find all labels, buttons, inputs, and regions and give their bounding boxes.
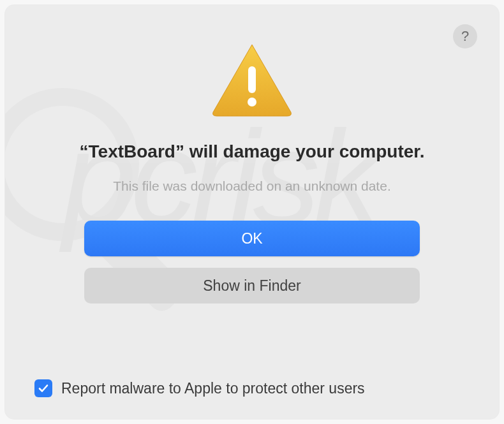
ok-button-label: OK: [241, 230, 262, 247]
checkmark-icon: [38, 383, 49, 394]
dialog-title: “TextBoard” will damage your computer.: [80, 140, 425, 163]
button-group: OK Show in Finder: [84, 221, 420, 303]
title-message: ” will damage your computer.: [175, 142, 425, 161]
help-button[interactable]: ?: [453, 24, 477, 48]
dialog-subtitle: This file was downloaded on an unknown d…: [113, 179, 390, 194]
show-in-finder-button[interactable]: Show in Finder: [84, 268, 420, 303]
help-icon: ?: [461, 28, 469, 45]
report-checkbox[interactable]: [34, 379, 52, 397]
ok-button[interactable]: OK: [84, 221, 420, 256]
title-app-name: TextBoard: [89, 142, 175, 161]
warning-icon: [211, 42, 293, 120]
report-checkbox-row: Report malware to Apple to protect other…: [34, 379, 499, 397]
report-checkbox-label: Report malware to Apple to protect other…: [61, 380, 365, 397]
title-quote-open: “: [80, 142, 89, 161]
svg-point-1: [248, 98, 256, 106]
svg-rect-0: [248, 66, 256, 93]
alert-dialog: pcrisk ? “TextBoard” will damage your co…: [5, 5, 499, 419]
show-in-finder-label: Show in Finder: [203, 277, 300, 295]
